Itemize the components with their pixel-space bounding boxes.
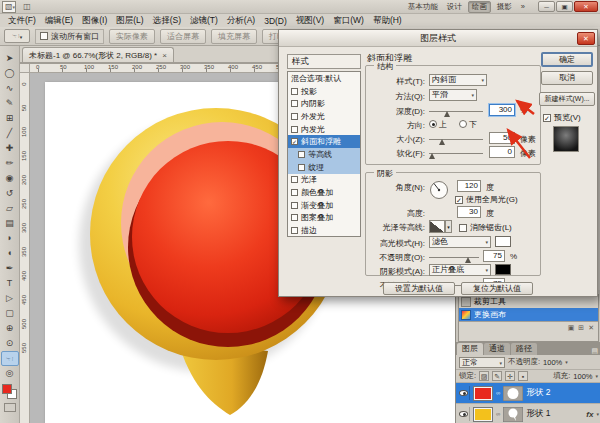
style-item-drop-shadow[interactable]: 投影: [288, 85, 360, 98]
ok-button[interactable]: 确定: [541, 52, 593, 67]
lock-transparency-icon[interactable]: ▨: [479, 371, 489, 381]
style-item-pattern-overlay[interactable]: 图案叠加: [288, 212, 360, 225]
lock-paint-icon[interactable]: ✎: [492, 371, 502, 381]
clone-stamp-tool[interactable]: ◉: [1, 171, 19, 186]
hand-tool-preset-dropdown[interactable]: ☜▾: [4, 29, 30, 43]
highlight-opacity-field[interactable]: 75: [483, 250, 505, 262]
chevron-down-icon[interactable]: ▾: [595, 373, 598, 379]
contour-picker-arrow[interactable]: ▾: [445, 220, 452, 233]
dodge-tool[interactable]: ◖: [1, 246, 19, 261]
anti-aliased-checkbox[interactable]: [459, 224, 467, 232]
vector-mask-thumbnail[interactable]: [503, 407, 523, 422]
style-checkbox[interactable]: [298, 151, 305, 158]
workspace-painting[interactable]: 绘画: [468, 1, 491, 13]
menu-filter[interactable]: 滤镜(T): [186, 15, 222, 27]
layer-row-shape1[interactable]: ∞ 形状 1 fx ▾: [456, 404, 600, 423]
style-checkbox[interactable]: [291, 88, 298, 95]
style-checkbox[interactable]: [291, 176, 298, 183]
menu-file[interactable]: 文件(F): [4, 15, 40, 27]
style-checkbox[interactable]: [298, 164, 305, 171]
blend-mode-select[interactable]: 正常▾: [459, 357, 505, 368]
bevel-style-select[interactable]: 内斜面▾: [429, 74, 487, 86]
document-close-icon[interactable]: ×: [162, 51, 167, 60]
lasso-tool[interactable]: ∿: [1, 81, 19, 96]
menu-3d[interactable]: 3D(D): [260, 16, 291, 26]
style-item-texture[interactable]: 纹理: [288, 161, 360, 174]
type-tool[interactable]: T: [1, 276, 19, 291]
menu-select[interactable]: 选择(S): [149, 15, 185, 27]
slider-thumb[interactable]: [439, 139, 445, 145]
workspace-design[interactable]: 设计: [444, 2, 465, 12]
style-checkbox[interactable]: [291, 113, 298, 120]
cancel-button[interactable]: 取消: [541, 71, 593, 85]
new-style-button[interactable]: 新建样式(W)...: [539, 92, 595, 106]
marquee-tool[interactable]: ◯: [1, 66, 19, 81]
minimize-button[interactable]: ─: [538, 1, 555, 12]
menu-edit[interactable]: 编辑(E): [41, 15, 77, 27]
tab-paths[interactable]: 路径: [511, 343, 537, 355]
eyedropper-tool[interactable]: ╱: [1, 126, 19, 141]
angle-field[interactable]: 120: [457, 180, 481, 192]
shadow-mode-select[interactable]: 正片叠底▾: [429, 264, 491, 276]
gloss-contour-thumbnail[interactable]: [429, 220, 445, 233]
layer-effects-badge[interactable]: fx: [586, 410, 593, 419]
direction-down-radio[interactable]: 下: [459, 119, 477, 130]
style-checkbox[interactable]: [291, 189, 298, 196]
menu-window[interactable]: 窗口(W): [329, 15, 368, 27]
restore-button[interactable]: ▣: [556, 1, 573, 12]
style-item-blending-options[interactable]: 混合选项:默认: [288, 72, 360, 85]
screen-mode-icon[interactable]: ▧: [2, 1, 16, 13]
style-item-outer-glow[interactable]: 外发光: [288, 110, 360, 123]
tab-layers[interactable]: 图层: [457, 343, 483, 355]
move-tool[interactable]: ➤: [1, 51, 19, 66]
style-item-stroke[interactable]: 描边: [288, 224, 360, 237]
panel-menu-icon[interactable]: ▤: [591, 347, 600, 355]
layer-name[interactable]: 形状 2: [526, 387, 550, 399]
style-item-satin[interactable]: 光泽: [288, 174, 360, 187]
gradient-tool[interactable]: ▤: [1, 216, 19, 231]
set-default-button[interactable]: 设置为默认值: [383, 282, 455, 295]
slider-thumb[interactable]: [444, 111, 450, 117]
foreground-color-swatch[interactable]: [2, 384, 12, 394]
delete-state-icon[interactable]: ✕: [588, 324, 594, 332]
blur-tool[interactable]: ◗: [1, 231, 19, 246]
technique-select[interactable]: 平滑▾: [429, 89, 477, 101]
menu-image[interactable]: 图像(I): [78, 15, 111, 27]
brush-tool[interactable]: ✏: [1, 156, 19, 171]
3d-orbit-tool[interactable]: ⊙: [1, 336, 19, 351]
crop-tool[interactable]: ⊞: [1, 111, 19, 126]
layer-name[interactable]: 形状 1: [526, 408, 550, 420]
style-checkbox[interactable]: [291, 126, 298, 133]
workspace-essentials[interactable]: 基本功能: [405, 2, 441, 12]
history-brush-tool[interactable]: ↺: [1, 186, 19, 201]
depth-field[interactable]: 300: [489, 104, 515, 116]
fill-value[interactable]: 100%: [573, 372, 592, 381]
workspace-photography[interactable]: 摄影: [494, 2, 515, 12]
reset-default-button[interactable]: 复位为默认值: [461, 282, 533, 295]
menu-help[interactable]: 帮助(H): [369, 15, 406, 27]
angle-dial[interactable]: [429, 180, 449, 200]
zoom-tool[interactable]: ◎: [1, 366, 19, 381]
style-item-inner-shadow[interactable]: 内阴影: [288, 97, 360, 110]
shape-tool[interactable]: ▢: [1, 306, 19, 321]
visibility-eye-icon[interactable]: [458, 386, 470, 400]
history-state[interactable]: 更换画布: [459, 308, 598, 321]
style-item-gradient-overlay[interactable]: 渐变叠加: [288, 199, 360, 212]
layer-row-shape2[interactable]: ∞ 形状 2: [456, 383, 600, 404]
workspace-overflow[interactable]: »: [518, 2, 528, 11]
soften-slider[interactable]: [429, 153, 483, 157]
close-button[interactable]: ✕: [574, 1, 598, 12]
3d-rotate-tool[interactable]: ⊕: [1, 321, 19, 336]
document-tab[interactable]: 未标题-1 @ 66.7%(形状 2, RGB/8) * ×: [22, 47, 174, 63]
style-checkbox[interactable]: [291, 100, 298, 107]
eraser-tool[interactable]: ▱: [1, 201, 19, 216]
fill-screen-button[interactable]: 填充屏幕: [211, 29, 257, 44]
new-snapshot-icon[interactable]: ⊞: [578, 324, 584, 332]
style-checkbox[interactable]: ✓: [291, 138, 298, 145]
quick-mask-button[interactable]: [4, 403, 16, 412]
pen-tool[interactable]: ✒: [1, 261, 19, 276]
actual-pixels-button[interactable]: 实际像素: [109, 29, 155, 44]
lock-move-icon[interactable]: ✛: [505, 371, 515, 381]
direction-up-radio[interactable]: 上: [429, 119, 447, 130]
layer-thumbnail[interactable]: [473, 386, 493, 401]
